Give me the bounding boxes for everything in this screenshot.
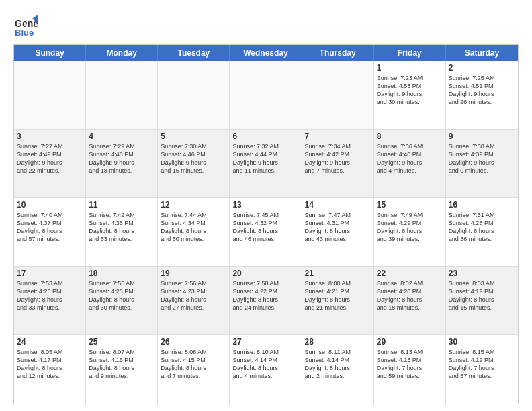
header-day-friday: Friday <box>374 45 446 61</box>
logo-icon: General Blue <box>13 13 38 38</box>
day-info: Sunrise: 7:36 AMSunset: 4:40 PMDaylight:… <box>377 142 443 175</box>
day-info: Sunrise: 8:08 AMSunset: 4:15 PMDaylight:… <box>161 348 226 381</box>
page: General Blue SundayMondayTuesdayWednesda… <box>0 0 532 411</box>
calendar-cell: 30Sunrise: 8:15 AMSunset: 4:12 PMDayligh… <box>446 335 518 404</box>
calendar-cell: 25Sunrise: 8:07 AMSunset: 4:16 PMDayligh… <box>86 335 158 404</box>
day-number: 2 <box>449 63 515 73</box>
day-number: 9 <box>449 132 515 141</box>
day-number: 11 <box>89 200 154 210</box>
day-info: Sunrise: 7:51 AMSunset: 4:28 PMDaylight:… <box>449 211 515 244</box>
day-info: Sunrise: 8:11 AMSunset: 4:14 PMDaylight:… <box>305 348 371 381</box>
day-info: Sunrise: 7:27 AMSunset: 4:49 PMDaylight:… <box>17 142 83 175</box>
day-info: Sunrise: 7:25 AMSunset: 4:51 PMDaylight:… <box>449 74 515 107</box>
day-number: 4 <box>89 132 154 141</box>
day-info: Sunrise: 7:49 AMSunset: 4:29 PMDaylight:… <box>377 211 443 244</box>
day-number: 26 <box>161 337 226 347</box>
day-number: 3 <box>17 132 83 141</box>
day-number: 6 <box>232 132 298 141</box>
day-info: Sunrise: 7:44 AMSunset: 4:34 PMDaylight:… <box>161 211 226 244</box>
day-number: 19 <box>161 269 226 278</box>
calendar-row-2: 3Sunrise: 7:27 AMSunset: 4:49 PMDaylight… <box>14 130 518 198</box>
day-info: Sunrise: 7:34 AMSunset: 4:42 PMDaylight:… <box>305 142 371 175</box>
calendar-cell: 19Sunrise: 7:56 AMSunset: 4:23 PMDayligh… <box>158 267 230 334</box>
day-number: 29 <box>377 337 443 347</box>
calendar-cell: 13Sunrise: 7:45 AMSunset: 4:32 PMDayligh… <box>230 198 302 266</box>
day-info: Sunrise: 7:53 AMSunset: 4:26 PMDaylight:… <box>17 279 83 312</box>
day-info: Sunrise: 7:55 AMSunset: 4:25 PMDaylight:… <box>89 279 154 312</box>
day-number: 1 <box>377 63 443 73</box>
day-number: 25 <box>89 337 154 347</box>
calendar-row-5: 24Sunrise: 8:05 AMSunset: 4:17 PMDayligh… <box>14 335 518 404</box>
calendar-cell: 28Sunrise: 8:11 AMSunset: 4:14 PMDayligh… <box>302 335 374 404</box>
day-info: Sunrise: 7:29 AMSunset: 4:48 PMDaylight:… <box>89 142 154 175</box>
day-number: 23 <box>449 269 515 278</box>
calendar-row-4: 17Sunrise: 7:53 AMSunset: 4:26 PMDayligh… <box>14 267 518 335</box>
day-info: Sunrise: 8:13 AMSunset: 4:13 PMDaylight:… <box>377 348 443 381</box>
calendar-cell: 20Sunrise: 7:58 AMSunset: 4:22 PMDayligh… <box>230 267 302 334</box>
header-day-tuesday: Tuesday <box>158 45 230 61</box>
day-info: Sunrise: 8:07 AMSunset: 4:16 PMDaylight:… <box>89 348 154 381</box>
calendar-cell: 5Sunrise: 7:30 AMSunset: 4:46 PMDaylight… <box>158 130 230 197</box>
calendar-cell: 26Sunrise: 8:08 AMSunset: 4:15 PMDayligh… <box>158 335 230 404</box>
day-number: 28 <box>305 337 371 347</box>
calendar: SundayMondayTuesdayWednesdayThursdayFrid… <box>13 44 519 404</box>
calendar-cell: 12Sunrise: 7:44 AMSunset: 4:34 PMDayligh… <box>158 198 230 266</box>
day-number: 7 <box>305 132 371 141</box>
day-info: Sunrise: 7:32 AMSunset: 4:44 PMDaylight:… <box>232 142 298 175</box>
calendar-cell: 23Sunrise: 8:03 AMSunset: 4:19 PMDayligh… <box>446 267 518 334</box>
day-info: Sunrise: 7:42 AMSunset: 4:35 PMDaylight:… <box>89 211 154 244</box>
calendar-cell: 9Sunrise: 7:38 AMSunset: 4:39 PMDaylight… <box>446 130 518 197</box>
calendar-cell: 3Sunrise: 7:27 AMSunset: 4:49 PMDaylight… <box>14 130 86 197</box>
day-info: Sunrise: 8:15 AMSunset: 4:12 PMDaylight:… <box>449 348 515 381</box>
day-number: 17 <box>17 269 83 278</box>
calendar-cell <box>14 61 86 129</box>
calendar-cell: 22Sunrise: 8:02 AMSunset: 4:20 PMDayligh… <box>374 267 446 334</box>
day-info: Sunrise: 8:02 AMSunset: 4:20 PMDaylight:… <box>377 279 443 312</box>
day-info: Sunrise: 7:38 AMSunset: 4:39 PMDaylight:… <box>449 142 515 175</box>
header: General Blue <box>13 13 519 38</box>
calendar-cell: 21Sunrise: 8:00 AMSunset: 4:21 PMDayligh… <box>302 267 374 334</box>
day-number: 20 <box>232 269 298 278</box>
calendar-cell: 11Sunrise: 7:42 AMSunset: 4:35 PMDayligh… <box>86 198 158 266</box>
calendar-cell: 1Sunrise: 7:23 AMSunset: 4:53 PMDaylight… <box>374 61 446 129</box>
calendar-cell: 29Sunrise: 8:13 AMSunset: 4:13 PMDayligh… <box>374 335 446 404</box>
day-info: Sunrise: 7:30 AMSunset: 4:46 PMDaylight:… <box>161 142 226 175</box>
day-info: Sunrise: 8:03 AMSunset: 4:19 PMDaylight:… <box>449 279 515 312</box>
calendar-cell <box>158 61 230 129</box>
header-day-saturday: Saturday <box>446 45 518 61</box>
logo: General Blue <box>13 13 40 38</box>
day-number: 30 <box>449 337 515 347</box>
calendar-cell: 17Sunrise: 7:53 AMSunset: 4:26 PMDayligh… <box>14 267 86 334</box>
day-number: 10 <box>17 200 83 210</box>
day-number: 24 <box>17 337 83 347</box>
day-number: 18 <box>89 269 154 278</box>
day-number: 14 <box>305 200 371 210</box>
day-number: 5 <box>161 132 226 141</box>
day-info: Sunrise: 8:00 AMSunset: 4:21 PMDaylight:… <box>305 279 371 312</box>
calendar-cell: 15Sunrise: 7:49 AMSunset: 4:29 PMDayligh… <box>374 198 446 266</box>
day-info: Sunrise: 7:58 AMSunset: 4:22 PMDaylight:… <box>232 279 298 312</box>
day-number: 27 <box>232 337 298 347</box>
calendar-cell <box>86 61 158 129</box>
calendar-cell: 2Sunrise: 7:25 AMSunset: 4:51 PMDaylight… <box>446 61 518 129</box>
day-number: 8 <box>377 132 443 141</box>
calendar-cell: 14Sunrise: 7:47 AMSunset: 4:31 PMDayligh… <box>302 198 374 266</box>
day-info: Sunrise: 8:05 AMSunset: 4:17 PMDaylight:… <box>17 348 83 381</box>
calendar-header: SundayMondayTuesdayWednesdayThursdayFrid… <box>14 45 518 61</box>
day-info: Sunrise: 7:23 AMSunset: 4:53 PMDaylight:… <box>377 74 443 107</box>
day-info: Sunrise: 7:45 AMSunset: 4:32 PMDaylight:… <box>232 211 298 244</box>
calendar-cell: 16Sunrise: 7:51 AMSunset: 4:28 PMDayligh… <box>446 198 518 266</box>
day-info: Sunrise: 7:56 AMSunset: 4:23 PMDaylight:… <box>161 279 226 312</box>
calendar-cell <box>302 61 374 129</box>
header-day-sunday: Sunday <box>14 45 86 61</box>
day-number: 13 <box>232 200 298 210</box>
header-day-thursday: Thursday <box>302 45 374 61</box>
calendar-cell: 8Sunrise: 7:36 AMSunset: 4:40 PMDaylight… <box>374 130 446 197</box>
calendar-cell: 10Sunrise: 7:40 AMSunset: 4:37 PMDayligh… <box>14 198 86 266</box>
calendar-row-3: 10Sunrise: 7:40 AMSunset: 4:37 PMDayligh… <box>14 198 518 267</box>
day-number: 12 <box>161 200 226 210</box>
calendar-body: 1Sunrise: 7:23 AMSunset: 4:53 PMDaylight… <box>14 61 518 404</box>
calendar-cell: 18Sunrise: 7:55 AMSunset: 4:25 PMDayligh… <box>86 267 158 334</box>
calendar-cell: 27Sunrise: 8:10 AMSunset: 4:14 PMDayligh… <box>230 335 302 404</box>
calendar-cell: 4Sunrise: 7:29 AMSunset: 4:48 PMDaylight… <box>86 130 158 197</box>
